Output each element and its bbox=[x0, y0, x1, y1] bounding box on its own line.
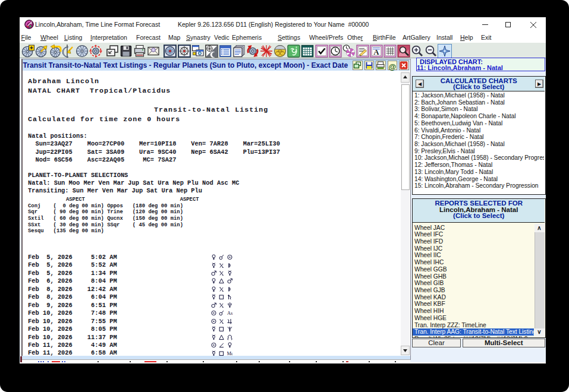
svg-text:A: A bbox=[373, 47, 379, 56]
svg-text:As: As bbox=[227, 310, 232, 316]
